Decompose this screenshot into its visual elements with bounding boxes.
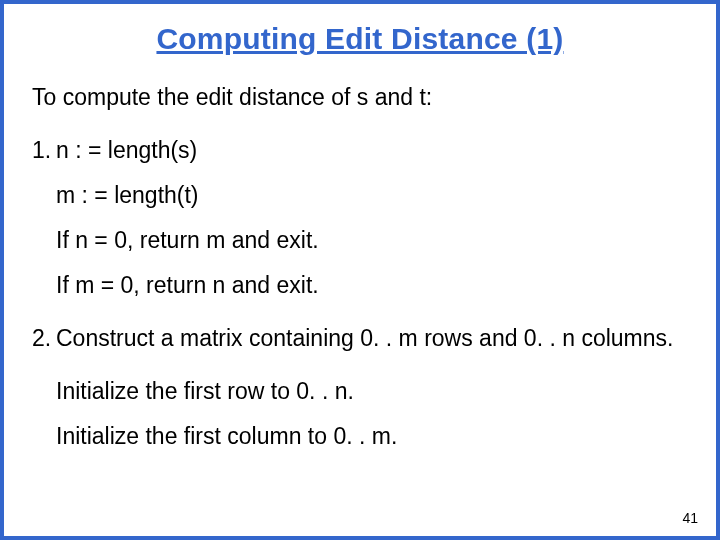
step-1-number: 1. (32, 135, 56, 166)
intro-text: To compute the edit distance of s and t: (32, 84, 688, 111)
slide: Computing Edit Distance (1) To compute t… (0, 0, 720, 540)
step-2-number: 2. (32, 323, 56, 354)
step-1-line-1: 1. n : = length(s) (32, 135, 688, 166)
step-2-line-2: Initialize the first row to 0. . n. (32, 376, 688, 407)
step-2-line-3: Initialize the first column to 0. . m. (32, 421, 688, 452)
step-1-line-4: If m = 0, return n and exit. (32, 270, 688, 301)
step-1-line-3: If n = 0, return m and exit. (32, 225, 688, 256)
step-2-line-1-text: Construct a matrix containing 0. . m row… (56, 323, 688, 354)
slide-title: Computing Edit Distance (1) (32, 22, 688, 56)
step-2: 2. Construct a matrix containing 0. . m … (32, 323, 688, 452)
step-1-line-1-text: n : = length(s) (56, 135, 688, 166)
step-1-line-2: m : = length(t) (32, 180, 688, 211)
step-2-line-1: 2. Construct a matrix containing 0. . m … (32, 323, 688, 354)
page-number: 41 (682, 510, 698, 526)
step-1: 1. n : = length(s) m : = length(t) If n … (32, 135, 688, 301)
